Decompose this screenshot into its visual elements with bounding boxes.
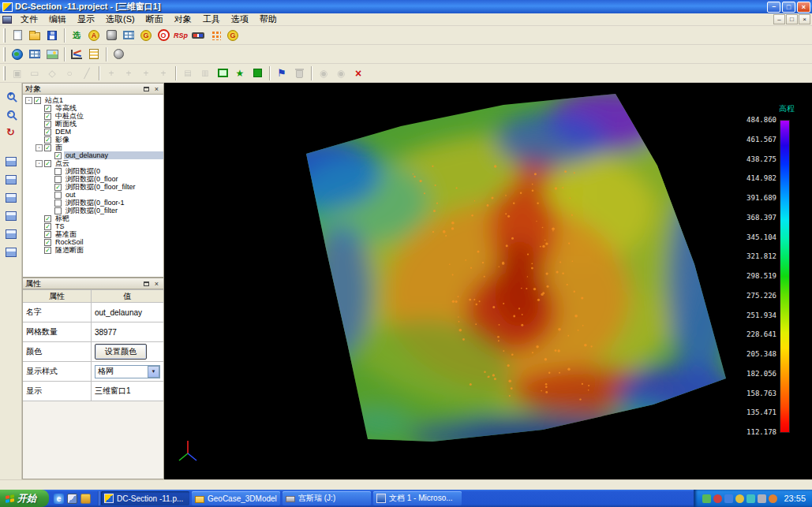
point-grid-icon[interactable] (207, 27, 224, 43)
viewport-3d[interactable]: 高程 484.860461.567438.275414.982391.68936… (164, 83, 812, 479)
tree-item-label[interactable]: 隧道断面 (54, 245, 85, 255)
restore-button[interactable]: □ (782, 2, 795, 13)
tree-item[interactable]: ✓浏阳数据(0_floor_filter (23, 183, 163, 191)
tray-icon[interactable] (713, 494, 722, 503)
view-right-icon[interactable] (2, 207, 21, 225)
terrain-model[interactable] (164, 83, 812, 479)
menu-item[interactable]: 显示 (72, 13, 100, 25)
tree-item[interactable]: ✓TS (23, 222, 163, 230)
mdi-restore-button[interactable]: □ (786, 14, 798, 24)
menu-item[interactable]: 对象 (169, 13, 197, 25)
tree-checkbox[interactable] (54, 199, 62, 207)
zoom-in-icon[interactable]: + (2, 87, 21, 105)
tree-checkbox[interactable]: ✓ (44, 105, 51, 112)
menu-item[interactable]: 选取(S) (100, 13, 140, 25)
tree-expander-icon[interactable]: - (25, 97, 32, 104)
tree-checkbox[interactable]: ✓ (44, 144, 51, 151)
tree-item[interactable]: 浏阳数据(0_filter (23, 207, 163, 214)
view-iso-icon[interactable] (2, 243, 21, 261)
view-left-icon[interactable] (2, 188, 21, 207)
panel-float-button[interactable] (142, 279, 151, 288)
tree-item[interactable]: ✓out_delaunay (23, 151, 163, 159)
tree-item[interactable]: ✓RockSoil (23, 238, 163, 246)
mdi-minimize-button[interactable]: – (773, 14, 785, 24)
internet-explorer-icon[interactable]: e (54, 494, 64, 504)
stereo-glasses-icon[interactable] (189, 27, 207, 43)
tree-item[interactable]: ✓DEM (23, 128, 163, 136)
tray-icon[interactable] (735, 494, 744, 503)
tree-item-label[interactable]: out_delaunay (64, 151, 163, 159)
menu-item[interactable]: 帮助 (254, 13, 283, 25)
tree-checkbox[interactable]: ✓ (44, 247, 51, 254)
tree-item[interactable]: ✓标靶 (23, 214, 163, 222)
image-view-icon[interactable] (43, 46, 61, 62)
rotate-view-icon[interactable]: ↻ (2, 123, 21, 141)
tree-checkbox[interactable]: ✓ (44, 160, 51, 167)
start-button[interactable]: 开始 (0, 490, 49, 507)
flag-marker-icon[interactable]: ⚑ (273, 65, 290, 81)
tree-checkbox[interactable] (54, 168, 62, 175)
tree-item[interactable]: ✓等高线 (23, 104, 163, 112)
tree-expander-icon[interactable]: - (36, 144, 43, 151)
mesh-build-icon[interactable]: ★ (231, 65, 249, 81)
panel-float-button[interactable] (142, 84, 151, 93)
tree-checkbox[interactable]: ✓ (34, 97, 41, 104)
display-style-select[interactable]: 格网▼ (95, 365, 160, 378)
tree-item[interactable]: ✓断面线 (23, 120, 163, 128)
tree-checkbox[interactable]: ✓ (54, 184, 62, 191)
render-sphere-icon[interactable] (110, 46, 127, 62)
tree-checkbox[interactable]: ✓ (44, 113, 51, 120)
globe-3d-icon[interactable] (9, 46, 26, 62)
show-desktop-icon[interactable] (67, 494, 77, 504)
task-button[interactable]: 文档 1 - Microso... (373, 491, 462, 505)
task-button[interactable]: DC-Section -11.p... (101, 491, 189, 505)
tree-checkbox[interactable]: ✓ (44, 121, 51, 128)
toolbar-grip[interactable] (3, 47, 6, 62)
rsp-tool-icon[interactable]: RSp (172, 27, 189, 43)
task-button[interactable]: GeoCase_3DModel (192, 491, 280, 505)
folder-shortcut-icon[interactable] (80, 494, 91, 504)
mdi-close-button[interactable]: × (799, 14, 810, 24)
toolbar-grip[interactable] (3, 66, 6, 80)
tray-icon[interactable] (769, 494, 777, 503)
data-table-icon[interactable] (26, 46, 43, 62)
open-project-icon[interactable] (26, 27, 43, 43)
fit-window-icon[interactable] (214, 65, 231, 81)
menu-item[interactable]: 编辑 (43, 13, 72, 25)
delete-selection-icon[interactable]: × (350, 65, 367, 81)
tree-item[interactable]: ✓中桩点位 (23, 112, 163, 120)
geoid-g-icon[interactable]: G (137, 27, 155, 43)
task-button[interactable]: 宫斯瑞 (J:) (283, 491, 371, 505)
select-mode-icon[interactable]: 选 (68, 27, 85, 43)
tree-checkbox[interactable]: ✓ (44, 231, 51, 238)
mdi-child-icon[interactable] (2, 16, 12, 24)
view-front-icon[interactable] (2, 152, 21, 170)
close-button[interactable]: × (797, 2, 810, 13)
set-color-button[interactable]: 设置颜色 (95, 344, 147, 360)
view-top-icon[interactable] (2, 225, 21, 243)
tray-icon[interactable] (747, 494, 755, 503)
tree-checkbox[interactable] (54, 192, 62, 199)
menu-item[interactable]: 断面 (140, 13, 169, 25)
solid-box-icon[interactable] (249, 65, 266, 81)
tray-icon[interactable] (702, 494, 711, 503)
tree-item[interactable]: ✓影像 (23, 136, 163, 144)
panel-close-button[interactable]: × (152, 84, 161, 93)
report-list-icon[interactable] (85, 46, 103, 62)
menu-item[interactable]: 选项 (226, 13, 254, 25)
minimize-button[interactable]: － (767, 2, 780, 13)
tree-item[interactable]: -✓面 (23, 144, 163, 151)
zoom-out-icon[interactable]: - (2, 105, 21, 123)
tree-checkbox[interactable]: ✓ (44, 215, 51, 222)
menu-item[interactable]: 文件 (15, 13, 43, 25)
chevron-down-icon[interactable]: ▼ (148, 366, 159, 378)
origin-o-icon[interactable]: O (155, 27, 172, 43)
grid-table-icon[interactable] (120, 27, 137, 43)
tray-icon[interactable] (758, 494, 766, 503)
tree-checkbox[interactable]: ✓ (44, 129, 51, 136)
tree-item[interactable]: -✓站点1 (23, 96, 163, 104)
tree-checkbox[interactable] (54, 176, 62, 183)
menu-item[interactable]: 工具 (197, 13, 226, 25)
new-document-icon[interactable] (9, 27, 26, 43)
tray-icon[interactable] (724, 494, 733, 503)
